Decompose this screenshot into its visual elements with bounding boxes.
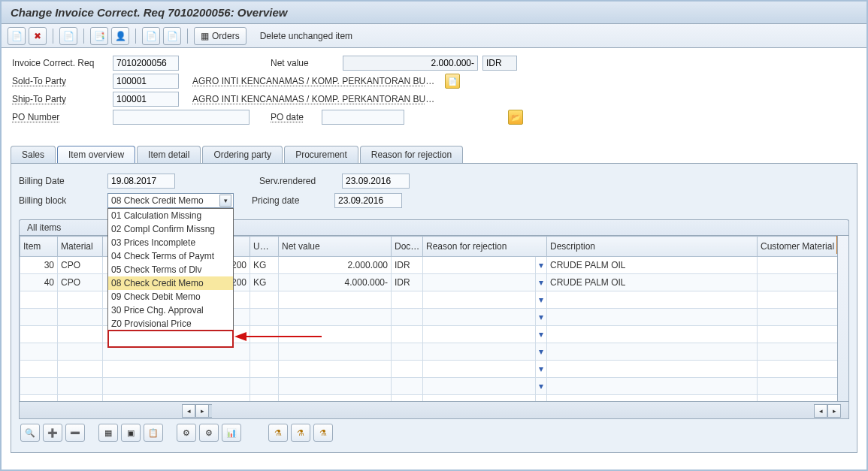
table-cell[interactable]	[423, 395, 536, 403]
billing-block-select[interactable]: 08 Check Credit Memo ▾	[107, 193, 234, 208]
pricing-date-field[interactable]	[334, 193, 402, 208]
table-row[interactable]: ▾	[20, 395, 850, 403]
table-cell[interactable]	[758, 343, 849, 361]
table-cell[interactable]: 4.000.000-	[279, 274, 392, 291]
table-cell[interactable]	[58, 326, 103, 343]
table-cell[interactable]	[392, 378, 423, 395]
table-cell[interactable]	[392, 291, 423, 309]
tab-ordering-party[interactable]: Ordering party	[202, 146, 283, 163]
col-cust[interactable]: Customer Material	[758, 237, 849, 257]
table-cell[interactable]	[250, 361, 279, 378]
table-cell[interactable]	[547, 291, 758, 309]
table-cell[interactable]	[250, 395, 279, 403]
table-cell[interactable]: 2.000.000	[279, 257, 392, 274]
copy-button[interactable]: 📋	[144, 424, 163, 442]
reject-button[interactable]: ✖	[29, 27, 47, 45]
table-cell[interactable]	[547, 326, 758, 343]
table-cell[interactable]	[250, 343, 279, 361]
scroll-right-icon[interactable]: ▸	[827, 404, 841, 418]
table-cell[interactable]	[279, 378, 392, 395]
table-cell[interactable]	[423, 309, 536, 326]
tab-reason-for-rejection[interactable]: Reason for rejection	[360, 146, 463, 163]
vertical-scrollbar[interactable]	[837, 236, 848, 401]
reason-dropdown-icon[interactable]: ▾	[536, 257, 547, 274]
table-cell[interactable]	[250, 309, 279, 326]
document-icon[interactable]: 📄	[445, 74, 460, 89]
table-cell[interactable]	[547, 309, 758, 326]
col-desc[interactable]: Description	[547, 237, 758, 257]
table-cell[interactable]	[392, 309, 423, 326]
table-cell[interactable]	[279, 291, 392, 309]
table-cell[interactable]: IDR	[392, 257, 423, 274]
reason-dropdown-icon[interactable]: ▾	[536, 291, 547, 309]
billing-block-option[interactable]: Z0 Provisional Price	[108, 317, 233, 331]
config-button[interactable]: ⚙	[177, 424, 196, 442]
table-cell[interactable]	[58, 309, 103, 326]
table-cell[interactable]	[423, 343, 536, 361]
table-cell[interactable]	[20, 343, 58, 361]
table-cell[interactable]	[758, 378, 849, 395]
table-cell[interactable]	[758, 395, 849, 403]
table-cell[interactable]	[423, 257, 536, 274]
table-cell[interactable]	[423, 378, 536, 395]
billing-block-option[interactable]: 05 Check Terms of Dlv	[108, 263, 233, 276]
invoice-correct-req-field[interactable]	[113, 56, 179, 71]
reason-dropdown-icon[interactable]: ▾	[536, 326, 547, 343]
table-cell[interactable]: CRUDE PALM OIL	[547, 257, 758, 274]
orders-button[interactable]: ▦ Orders	[194, 27, 246, 45]
billing-block-option-empty[interactable]	[107, 330, 234, 348]
tab-sales[interactable]: Sales	[11, 146, 56, 163]
sold-to-field[interactable]	[113, 74, 179, 89]
table-cell[interactable]	[279, 343, 392, 361]
ship-to-desc[interactable]: AGRO INTI KENCANAMAS / KOMP. PERKANTORAN…	[192, 94, 440, 104]
table-row[interactable]: ▾	[20, 378, 850, 395]
billing-block-option[interactable]: 30 Price Chg. Approval	[108, 303, 233, 317]
table-cell[interactable]	[392, 326, 423, 343]
table-cell[interactable]	[20, 361, 58, 378]
billing-block-option[interactable]: 02 Compl Confirm Missng	[108, 222, 233, 236]
billing-block-option[interactable]: 08 Check Credit Memo	[108, 276, 233, 290]
table-cell[interactable]	[758, 309, 849, 326]
table-cell[interactable]	[758, 326, 849, 343]
table-cell[interactable]	[58, 343, 103, 361]
table-cell[interactable]	[392, 361, 423, 378]
table-cell[interactable]: 40	[20, 274, 58, 291]
table-cell[interactable]	[20, 378, 58, 395]
table-cell[interactable]	[423, 274, 536, 291]
select-all-button[interactable]: ▦	[98, 424, 118, 442]
grid-hscroll-left[interactable]: ◂ ▸	[182, 404, 212, 416]
table-cell[interactable]	[103, 395, 250, 403]
ship-to-field[interactable]	[113, 92, 179, 107]
table-cell[interactable]	[58, 378, 103, 395]
table-cell[interactable]: IDR	[392, 274, 423, 291]
table-row[interactable]: ▾	[20, 361, 850, 378]
serv-rendered-field[interactable]	[342, 174, 410, 189]
table-cell[interactable]: 30	[20, 257, 58, 274]
table-cell[interactable]	[423, 361, 536, 378]
grid-hscroll-right[interactable]: ◂ ▸	[814, 404, 844, 416]
tool1-button[interactable]: ⚗	[268, 424, 288, 442]
billing-block-option[interactable]: 03 Prices Incomplete	[108, 236, 233, 249]
table-cell[interactable]	[20, 326, 58, 343]
table-cell[interactable]: CRUDE PALM OIL	[547, 274, 758, 291]
insert-row-button[interactable]: ➕	[43, 424, 62, 442]
partner-button[interactable]: 📑	[90, 27, 108, 45]
col-netvalue[interactable]: Net value	[279, 237, 392, 257]
reason-dropdown-icon[interactable]: ▾	[536, 395, 547, 403]
reason-dropdown-icon[interactable]: ▾	[536, 309, 547, 326]
delete-unchanged-button[interactable]: Delete unchanged item	[256, 31, 357, 41]
table-cell[interactable]	[279, 326, 392, 343]
scroll-left-icon[interactable]: ◂	[814, 404, 827, 418]
table-cell[interactable]	[547, 343, 758, 361]
config2-button[interactable]: ⚙	[199, 424, 219, 442]
tool2-button[interactable]: ⚗	[291, 424, 310, 442]
table-cell[interactable]	[547, 361, 758, 378]
delete-row-button[interactable]: ➖	[65, 424, 85, 442]
table-cell[interactable]: CPO	[58, 274, 103, 291]
table-cell[interactable]	[58, 395, 103, 403]
table-cell[interactable]: KG	[250, 257, 279, 274]
table-cell[interactable]	[20, 291, 58, 309]
table-cell[interactable]	[20, 309, 58, 326]
person-button[interactable]: 👤	[111, 27, 129, 45]
po-date-field[interactable]	[322, 110, 404, 125]
